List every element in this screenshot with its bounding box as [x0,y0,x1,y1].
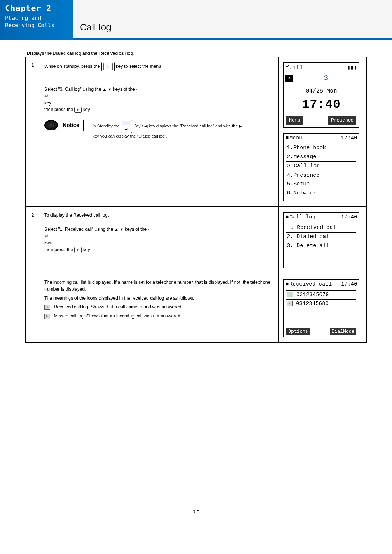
menu-title: Menu [285,134,302,143]
received-item-selected: ↓ 0312345679 [286,290,356,300]
section-title-bar: Call log [73,0,392,40]
missed-call-icon: ✕ [44,314,50,319]
signal-icon: Y.ıll [285,63,303,72]
missed-call-icon: ✕ [287,301,293,306]
intro-text: Displays the Dialed call log and the Rec… [25,51,367,56]
received-call-icon: ↓ [287,292,293,297]
step-2-screenshot-bottom: Received call 17:40 ↓ 0312345679 ✕ 03123… [279,274,367,343]
right-arrow-icon [239,124,242,128]
softkey-dialmode: DialMode [330,328,356,336]
softkey-presence: Presence [328,116,356,125]
time-text: 17:40 [284,95,359,114]
up-arrow-icon [114,227,118,232]
enter-key-icon [148,229,149,230]
received-call-screen: Received call 17:40 ↓ 0312345679 ✕ 03123… [283,279,359,337]
chapter-subtitle: Placing and Receiving Calls [5,15,68,29]
menu-item-selected: 3.Call log [286,161,356,171]
call-log-screen: Call log 17:40 1. Received call 2. Diale… [283,212,359,268]
battery-icon: ▮▮▮ [347,63,357,72]
step-1-number: 1 [26,57,40,207]
softkey-menu: Menu [286,116,303,125]
enter-key-icon: ↵ [121,120,132,133]
received-item: ✕ 0312345680 [286,300,356,309]
menu-item: 6.Network [286,189,356,198]
page-footer: - 2-5 - [0,510,392,516]
notice-body: In Standby the ↵ Key's key displays the … [93,120,245,139]
standby-screen: Y.ıll ▮▮▮ ✲ 3 04/25 Mon 17:40 Menu Prese… [283,62,359,128]
menu-item-selected: 1. Received call [286,223,356,233]
notice-box: Notice In Standby the ↵ Key's key displa… [44,120,274,139]
step-2-screenshot-top: Call log 17:40 1. Received call 2. Diale… [279,207,367,274]
left-arrow-icon [144,124,147,128]
gear-icon: ✲ [285,75,293,82]
date-text: 04/25 Mon [284,87,359,95]
up-arrow-icon [102,87,106,92]
call-log-title: Call log [285,213,315,222]
menu-screen: Menu 17:40 1.Phone book 2.Message 3.Call… [283,133,359,202]
received-time: 17:40 [341,280,357,289]
step-2-body-cont: The incoming call list is displayed. If … [40,274,279,343]
down-arrow-icon [119,227,123,232]
step-2-body: To display the Received call log, Select… [40,207,279,274]
notice-ring-icon [44,120,58,130]
menu-item: 1.Phone book [286,144,356,153]
menu-time: 17:40 [341,134,357,143]
chapter-block: Chapter 2 Placing and Receiving Calls [0,0,73,40]
menu-item: 2. Dialed call [286,233,356,242]
step-2-number: 2 [26,207,40,274]
menu-item: 2.Message [286,153,356,162]
chapter-number: Chapter 2 [5,4,68,13]
small-enter-key-icon: ↵ [74,247,82,253]
step-2-number-cont [26,274,40,343]
small-enter-key-icon: ↵ [74,107,82,113]
menu-item: 4.Presence [286,171,356,180]
section-title: Call log [80,22,111,38]
step-1-screenshots: Y.ıll ▮▮▮ ✲ 3 04/25 Mon 17:40 Menu Prese… [279,57,367,207]
l-key-icon: L [101,62,115,71]
page-header: Chapter 2 Placing and Receiving Calls Ca… [0,0,392,40]
enter-key-icon [136,89,137,90]
line-number: 3 [295,73,357,84]
step-1-body: While on standby, press the L key to sel… [40,57,279,207]
steps-table: 1 While on standby, press the L key to s… [25,57,367,343]
notice-label: Notice [58,120,84,131]
softkey-options: Options [286,328,310,336]
received-call-icon: ↓ [44,305,50,310]
content-area: Displays the Dialed call log and the Rec… [0,40,392,343]
down-arrow-icon [108,87,112,92]
menu-item: 3. Delete all [286,242,356,251]
call-log-time: 17:40 [341,213,357,222]
menu-item: 5.Setup [286,180,356,189]
received-title: Received call [285,280,332,289]
